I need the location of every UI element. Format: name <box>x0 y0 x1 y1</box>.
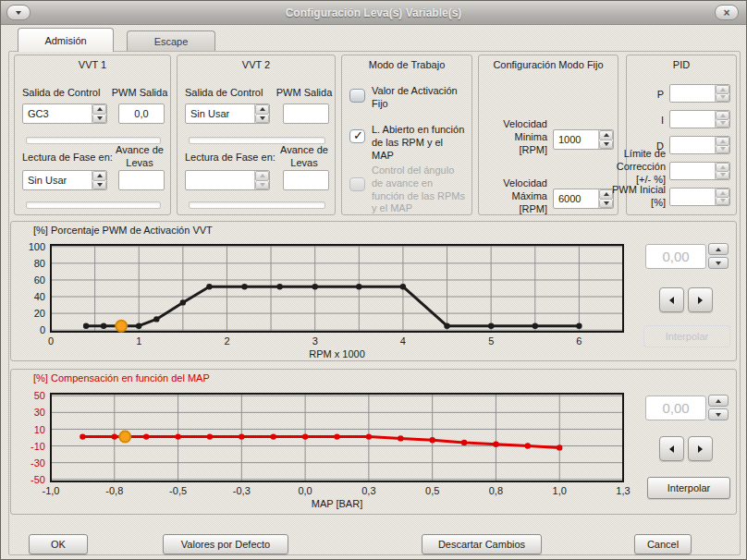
vel-max-spinner[interactable]: 6000 <box>553 189 614 209</box>
pid-d-spinner[interactable] <box>669 136 730 154</box>
chart2-next-point-button[interactable] <box>688 436 713 461</box>
pid-group: PID P I D Límite de Corrección [+/- %] P… <box>626 55 737 215</box>
defaults-button[interactable]: Valores por Defecto <box>163 534 288 554</box>
checkbox-control-angulo-avance[interactable] <box>349 177 365 191</box>
pid-p-value <box>670 85 715 102</box>
vvt2-avance-levas-field[interactable] <box>283 170 329 190</box>
spin-down-icon[interactable] <box>255 115 269 124</box>
value-up-button[interactable] <box>708 395 729 407</box>
spin-up-icon[interactable] <box>255 104 269 115</box>
window-title: Configuración Leva(s) Variable(s) <box>286 6 462 19</box>
pid-title: PID <box>627 59 736 70</box>
map-chart-title: [%] Compensación en función del MAP <box>33 372 210 383</box>
vvt2-progress-bar <box>189 137 325 144</box>
value-down-button[interactable] <box>708 257 729 269</box>
chart2-interpolar-button[interactable]: Interpolar <box>647 477 730 499</box>
vel-max-value: 6000 <box>554 189 598 208</box>
checkbox-valor-activacion-fijo[interactable] <box>349 89 365 103</box>
tab-admision-label: Admisión <box>44 35 86 46</box>
close-icon: × <box>723 7 729 18</box>
vvt2-lectura-fase-select[interactable] <box>185 170 270 190</box>
spin-down-icon[interactable] <box>92 115 106 124</box>
map-compensation-chart[interactable]: -1,0-0,8-0,5-0,30,00,30,50,81,01,3503010… <box>11 386 636 512</box>
svg-text:-0,8: -0,8 <box>105 485 123 496</box>
spin-up-icon[interactable] <box>255 171 269 181</box>
spin-down-icon[interactable] <box>92 181 106 190</box>
close-button[interactable]: × <box>715 5 739 20</box>
pid-limite-spinner[interactable] <box>669 162 730 180</box>
arrow-up-icon <box>716 399 721 403</box>
svg-text:1,3: 1,3 <box>616 485 630 496</box>
checkbox-l-abierto-rpm-map-label[interactable]: L. Abierto en función de las RPM y el MA… <box>372 124 466 162</box>
svg-text:0: 0 <box>40 324 45 335</box>
pid-i-spinner[interactable] <box>669 110 730 128</box>
titlebar[interactable]: Configuración Leva(s) Variable(s) × <box>1 1 746 25</box>
chart1-next-point-button[interactable] <box>688 287 713 312</box>
vvt1-group: VVT 1 Salida de Control PWM Salida GC3 0… <box>14 55 171 215</box>
vel-max-label: Velocidad Máxima [RPM] <box>486 177 547 215</box>
vvt-pwm-activation-chart[interactable]: 0123456100806040200RPM x 1000 <box>11 237 636 361</box>
vvt1-lectura-fase-select[interactable]: Sin Usar <box>22 170 107 190</box>
chart2-prev-point-button[interactable] <box>659 436 684 461</box>
vvt2-salida-control-label: Salida de Control <box>185 87 263 100</box>
spin-down-icon[interactable] <box>255 181 269 190</box>
svg-text:30: 30 <box>34 407 45 418</box>
vvt1-salida-control-select[interactable]: GC3 <box>22 103 107 124</box>
discard-changes-button[interactable]: Descartar Cambios <box>422 534 542 554</box>
vel-min-spinner[interactable]: 1000 <box>553 129 614 150</box>
vvt1-salida-control-value: GC3 <box>23 104 92 123</box>
spin-down-icon[interactable] <box>599 140 613 150</box>
cancel-button-label: Cancel <box>647 539 679 550</box>
svg-text:80: 80 <box>34 258 45 269</box>
pwm-chart-group: [%] Porcentaje PWM de Activación VVT 012… <box>10 221 737 361</box>
chart2-selected-value[interactable]: 0,00 <box>645 396 706 420</box>
vvt-config-dialog: Configuración Leva(s) Variable(s) × Admi… <box>0 0 747 560</box>
tab-escape[interactable]: Escape <box>127 30 215 51</box>
arrow-up-icon <box>716 248 721 251</box>
chart1-prev-point-button[interactable] <box>659 287 684 312</box>
cancel-button[interactable]: Cancel <box>634 534 692 554</box>
checkbox-l-abierto-rpm-map[interactable] <box>349 129 365 143</box>
vvt2-group: VVT 2 Salida de Control PWM Salida Sin U… <box>177 55 336 215</box>
svg-text:1: 1 <box>136 335 141 347</box>
vvt2-pwm-salida-field[interactable] <box>283 103 329 124</box>
tab-escape-label: Escape <box>154 36 189 47</box>
vvt2-progress-bar2 <box>189 201 325 209</box>
svg-text:6: 6 <box>576 335 582 347</box>
checkbox-valor-activacion-fijo-label[interactable]: Valor de Activación Fijo <box>372 85 466 111</box>
vvt1-avance-levas-field[interactable] <box>118 170 165 190</box>
pid-pwm-inicial-spinner[interactable] <box>669 188 730 206</box>
vvt2-lectura-fase-label: Lectura de Fase en: <box>185 152 276 164</box>
vvt1-avance-levas-label: Avance de Levas <box>111 144 168 170</box>
vel-min-value: 1000 <box>554 130 598 149</box>
vvt2-salida-control-select[interactable]: Sin Usar <box>185 103 270 124</box>
spin-up-icon[interactable] <box>599 130 613 140</box>
chart1-selected-value[interactable]: 0,00 <box>645 244 706 269</box>
pid-limite-value <box>670 163 715 179</box>
ok-button[interactable]: OK <box>29 534 88 554</box>
pid-i-label: I <box>627 115 664 128</box>
tab-admision[interactable]: Admisión <box>18 28 114 52</box>
svg-text:0,3: 0,3 <box>361 485 375 496</box>
vvt1-title: VVT 1 <box>15 59 170 70</box>
value-down-button[interactable] <box>708 408 729 420</box>
spin-up-icon[interactable] <box>92 104 106 115</box>
chart1-value-stepper <box>708 243 729 269</box>
chart2-interpolar-label: Interpolar <box>667 482 710 493</box>
svg-text:5: 5 <box>488 335 494 347</box>
window-menu-button[interactable] <box>6 5 31 20</box>
value-up-button[interactable] <box>708 243 729 255</box>
pid-p-label: P <box>627 89 664 102</box>
pid-limite-label: Límite de Corrección [+/- %] <box>614 148 666 186</box>
checkbox-control-angulo-avance-label[interactable]: Control del ángulo de avance en función … <box>372 164 468 215</box>
vvt2-pwm-salida-label: PWM Salida <box>276 87 333 100</box>
vvt1-pwm-salida-field[interactable]: 0,0 <box>118 103 165 124</box>
vvt2-lectura-fase-value <box>186 171 254 189</box>
spin-up-icon[interactable] <box>92 171 106 181</box>
svg-text:50: 50 <box>34 390 45 401</box>
svg-text:10: 10 <box>34 424 45 435</box>
svg-text:RPM x 1000: RPM x 1000 <box>309 348 365 359</box>
svg-text:20: 20 <box>34 308 45 319</box>
pid-p-spinner[interactable] <box>669 84 730 103</box>
svg-text:0: 0 <box>48 335 54 347</box>
